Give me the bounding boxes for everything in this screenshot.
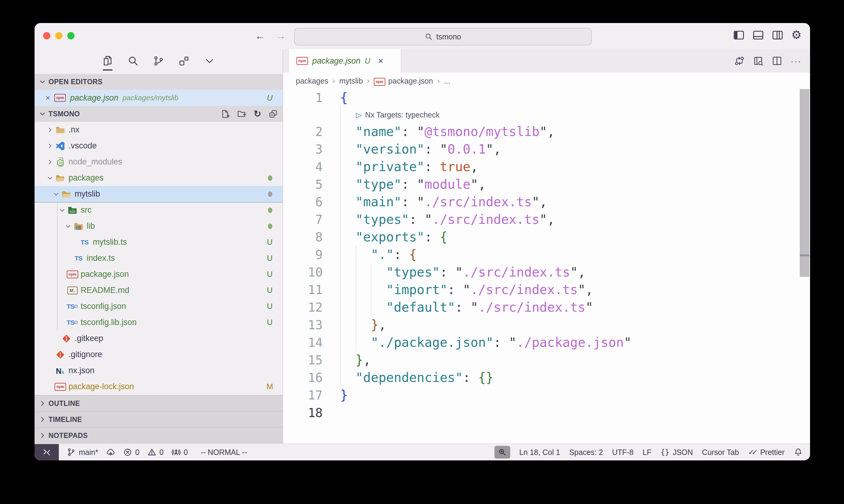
status-forwarded-ports[interactable]: 0 <box>172 448 188 457</box>
close-icon[interactable]: × <box>46 94 50 102</box>
close-window-button[interactable] <box>43 32 50 39</box>
tree-item-index.ts[interactable]: TSindex.tsU <box>35 250 282 266</box>
code-line-2[interactable]: 2 "name": "@tsmono/mytslib", <box>283 123 810 141</box>
chevron-right-icon[interactable] <box>47 159 53 165</box>
tree-item-.gitignore[interactable]: .gitignore <box>35 346 282 363</box>
activity-search[interactable] <box>127 55 139 66</box>
vertical-scrollbar[interactable] <box>800 89 809 277</box>
chevron-spacer <box>59 287 67 294</box>
code-line-18[interactable]: 18 <box>283 404 810 421</box>
layout-split-icon[interactable] <box>772 30 783 41</box>
code-line-14[interactable]: 14 "./package.json": "./package.json" <box>283 334 810 352</box>
status-eol[interactable]: LF <box>643 448 652 457</box>
tree-item-README.md[interactable]: M↓README.mdU <box>35 282 282 298</box>
status-notifications[interactable] <box>794 448 803 457</box>
command-center-search[interactable]: tsmono <box>294 28 592 46</box>
activity-files[interactable] <box>102 55 113 66</box>
run-icon[interactable]: ▷ <box>356 111 361 119</box>
tree-item-.vscode[interactable]: .vscode <box>35 138 282 154</box>
code-line-9[interactable]: 9 ".": { <box>283 246 810 264</box>
chevron-down-icon[interactable] <box>47 175 53 181</box>
tree-item-.nx[interactable]: .nx <box>35 122 282 138</box>
back-icon[interactable]: ← <box>254 29 266 43</box>
code-line-13[interactable]: 13 }, <box>283 316 810 334</box>
layout-panel-icon[interactable] <box>753 30 764 41</box>
layout-sidebar-icon[interactable] <box>733 30 744 41</box>
maximize-window-button[interactable] <box>67 32 74 39</box>
chevron-down-icon[interactable] <box>65 223 71 230</box>
status-screencast-zoom[interactable] <box>495 446 510 458</box>
tree-item-package-lock.json[interactable]: npmpackage-lock.jsonM <box>35 379 282 395</box>
code-line-4[interactable]: 4 "private": true, <box>283 158 810 176</box>
status-cursor-position[interactable]: Ln 18, Col 1 <box>519 448 560 457</box>
chevron-down-icon[interactable] <box>53 191 59 197</box>
breadcrumb-item-package.json[interactable]: npmpackage.json <box>374 76 433 86</box>
tree-item-.gitkeep[interactable]: .gitkeep <box>35 330 282 346</box>
timeline-header[interactable]: TIMELINE <box>35 411 282 427</box>
tree-item-src[interactable]: </>src <box>35 202 282 218</box>
code-line-10[interactable]: 10 "types": "./src/index.ts", <box>283 264 810 281</box>
status-encoding[interactable]: UTF-8 <box>612 448 634 457</box>
tree-item-package.json[interactable]: npmpackage.jsonU <box>35 266 282 282</box>
code-line-16[interactable]: 16 "dependencies": {} <box>283 369 810 386</box>
code-line-5[interactable]: 5 "type": "module", <box>283 176 810 193</box>
chevron-down-icon[interactable] <box>59 207 66 214</box>
chevron-right-icon[interactable] <box>47 143 53 149</box>
tree-item-lib[interactable]: lib <box>35 218 282 234</box>
activity-extensions[interactable] <box>178 55 189 66</box>
tree-item-nx.json[interactable]: Nxnx.json <box>35 363 282 379</box>
preview-icon[interactable] <box>753 56 763 66</box>
split-editor-icon[interactable] <box>772 56 782 66</box>
forward-icon[interactable]: → <box>275 29 287 43</box>
activity-source-control[interactable] <box>153 55 164 66</box>
code-line-6[interactable]: 6 "main": "./src/index.ts", <box>283 193 810 211</box>
code-line-8[interactable]: 8 "exports": { <box>283 228 810 246</box>
codelens-nx-targets[interactable]: ▷Nx Targets: typecheck <box>283 107 810 123</box>
breadcrumb-item-mytslib[interactable]: mytslib <box>339 77 363 85</box>
status-cursor-tab[interactable]: Cursor Tab <box>702 448 739 457</box>
breadcrumb-item-...[interactable]: ... <box>444 77 450 85</box>
code-line-17[interactable]: 17} <box>283 386 810 404</box>
status-language-mode[interactable]: {}JSON <box>660 448 693 457</box>
open-editors-header[interactable]: OPEN EDITORS <box>35 74 282 90</box>
new-file-icon[interactable] <box>221 109 230 119</box>
code-line-11[interactable]: 11 "import": "./src/index.ts", <box>283 281 810 299</box>
status-vim-mode[interactable]: -- NORMAL -- <box>201 448 247 457</box>
open-editor-item[interactable]: × npm package.json packages/mytslib U <box>35 90 282 106</box>
outline-header[interactable]: OUTLINE <box>35 395 282 411</box>
tab-package-json[interactable]: npm package.json U × <box>289 49 401 73</box>
status-errors[interactable]: 0 <box>123 448 139 457</box>
status-indentation[interactable]: Spaces: 2 <box>569 448 603 457</box>
ellipsis-icon[interactable]: ··· <box>791 55 802 67</box>
new-folder-icon[interactable] <box>237 109 246 119</box>
tree-item-mytslib.ts[interactable]: TSmytslib.tsU <box>35 234 282 250</box>
collapse-all-icon[interactable] <box>269 109 278 119</box>
tree-item-tsconfig.json[interactable]: TS⚙tsconfig.jsonU <box>35 298 282 314</box>
code-line-7[interactable]: 7 "types": "./src/index.ts", <box>283 211 810 228</box>
refresh-icon[interactable]: ↻ <box>254 109 261 119</box>
status-formatter[interactable]: ✓✓Prettier <box>748 448 785 457</box>
code-line-15[interactable]: 15 }, <box>283 352 810 369</box>
breadcrumb-item-packages[interactable]: packages <box>296 77 328 85</box>
status-publish-changes[interactable] <box>106 448 115 457</box>
tree-item-tsconfig.lib.json[interactable]: TS⚙tsconfig.lib.jsonU <box>35 314 282 330</box>
explorer-header[interactable]: TSMONO ↻ <box>35 106 282 122</box>
gear-icon[interactable]: ⚙ <box>791 29 802 41</box>
code-line-3[interactable]: 3 "version": "0.0.1", <box>283 141 810 158</box>
code-line-12[interactable]: 12 "default": "./src/index.ts" <box>283 299 810 316</box>
tree-item-packages[interactable]: packages <box>35 170 282 186</box>
activity-views-more[interactable] <box>204 55 215 66</box>
tree-item-mytslib[interactable]: mytslib <box>35 186 282 202</box>
notepads-header[interactable]: NOTEPADS <box>35 427 282 444</box>
indent-guide <box>371 264 372 281</box>
code-line-1[interactable]: 1{ <box>283 89 810 107</box>
close-tab-icon[interactable]: × <box>378 56 383 66</box>
minimize-window-button[interactable] <box>55 32 63 39</box>
status-remote-indicator[interactable] <box>35 444 59 461</box>
status-warnings[interactable]: 0 <box>147 448 164 457</box>
diff-icon[interactable] <box>734 56 744 66</box>
code-editor[interactable]: 1{▷Nx Targets: typecheck2 "name": "@tsmo… <box>283 89 810 421</box>
status-git-branch[interactable]: main* <box>67 448 98 457</box>
chevron-right-icon[interactable] <box>47 127 53 133</box>
tree-item-node-modules[interactable]: JSnode_modules <box>35 154 282 170</box>
